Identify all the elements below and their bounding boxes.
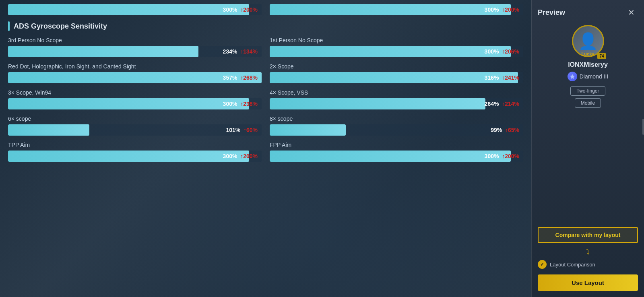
avatar-container: 👤 74 Lucky [572,25,604,57]
sensitivity-bar-fill [8,46,198,57]
sensitivity-increase: ↑214% [502,101,519,107]
sensitivity-value: 300% [223,101,237,107]
sensitivity-value: 316% [485,74,499,81]
sensitivity-increase: ↑238% [240,101,258,107]
sensitivity-label: 1st Person No Scope [270,37,523,43]
sensitivity-bar-wrapper: 101% ↑60% [8,124,262,136]
sensitivity-label: 8× scope [270,116,523,122]
sensitivity-bar-label: 264% ↑214% [485,101,519,107]
sensitivity-label: 2× Scope [270,63,523,70]
use-layout-button[interactable]: Use Layout [538,274,638,291]
sensitivity-label: 6× scope [8,116,262,122]
top-bar-1: 300% ↑200% [8,4,262,15]
sensitivity-item: 3× Scope, Win94 300% ↑238% [8,89,262,109]
player-rank-text: Diamond III [580,73,609,80]
sensitivity-bar-wrapper: 300% ↑206% [270,46,523,57]
scroll-handle [642,119,644,135]
avatar-level-badge: 74 [597,53,606,59]
sensitivity-item: FPP Aim 300% ↑200% [270,142,523,162]
sensitivity-value: 357% [223,74,237,81]
check-circle-icon: ✓ [538,260,547,269]
sensitivity-increase: ↑268% [240,74,258,81]
sensitivity-bar-label: 300% ↑200% [223,153,258,159]
sensitivity-item: TPP Aim 300% ↑200% [8,142,262,162]
sensitivity-bar-label: 234% ↑134% [223,48,258,55]
sensitivity-bar-wrapper: 264% ↑214% [270,98,523,109]
sensitivity-increase: ↑241% [502,74,519,81]
sensitivity-bar-label: 300% ↑238% [223,101,258,107]
sensitivity-value: 300% [223,153,237,159]
sensitivity-value: 264% [485,101,499,107]
player-name: IONXMiseryy [568,61,608,68]
sensitivity-bar-wrapper: 234% ↑134% [8,46,262,57]
top-bar-1-wrapper: 300% ↑200% [8,4,262,15]
sensitivity-item: 8× scope 99% ↑65% [270,116,523,136]
ads-section-title-text: ADS Gyroscope Sensitivity [14,22,107,31]
top-bar-2-label: 300% ↑200% [485,6,519,13]
sensitivity-bar-fill [8,98,249,109]
sensitivity-label: TPP Aim [8,142,262,148]
sensitivity-label: FPP Aim [270,142,523,148]
preview-header: Preview ✕ [538,6,638,19]
top-bar-1-label: 300% ↑200% [223,6,258,13]
sensitivity-value: 99% [491,127,502,133]
sensitivity-bar-fill [8,151,249,162]
sensitivity-bar-label: 357% ↑268% [223,74,258,81]
sensitivity-item: 2× Scope 316% ↑241% [270,63,523,83]
layout-comparison-label: Layout Comparison [550,262,595,268]
sensitivity-value: 300% [485,153,499,159]
rank-icon [568,72,577,81]
sensitivity-bar-fill [270,72,518,83]
sensitivity-label: 4× Scope, VSS [270,89,523,96]
top-bar-1-increase: ↑200% [240,6,258,13]
top-bar-2-fill [270,4,511,15]
sensitivity-increase: ↑206% [502,48,519,55]
sensitivity-item: 4× Scope, VSS 264% ↑214% [270,89,523,109]
chevron-down-icon: ⤵ [586,248,590,256]
top-bar-1-fill [8,4,249,15]
sensitivity-bar-fill [8,124,89,136]
compare-with-my-layout-button[interactable]: Compare with my layout [538,227,638,243]
player-rank: Diamond III [568,72,609,81]
sensitivity-item: 3rd Person No Scope 234% ↑134% [8,37,262,57]
top-bar-2-wrapper: 300% ↑200% [270,4,523,15]
close-button[interactable]: ✕ [625,6,638,19]
sensitivity-bar-fill [270,151,511,162]
avatar-icon: 👤 [578,32,598,51]
sensitivity-bar-label: 99% ↑65% [491,127,519,133]
sensitivity-item: 6× scope 101% ↑60% [8,116,262,136]
svg-marker-0 [570,74,575,79]
sensitivity-bar-wrapper: 300% ↑200% [8,151,262,162]
sensitivity-bar-label: 316% ↑241% [485,74,519,81]
sensitivity-bar-wrapper: 99% ↑65% [270,124,523,136]
sensitivity-increase: ↑200% [240,153,258,159]
sensitivity-value: 234% [223,48,237,55]
sensitivity-label: 3rd Person No Scope [8,37,262,43]
sensitivity-bar-wrapper: 357% ↑268% [8,72,262,83]
sensitivity-item: Red Dot, Holographic, Iron Sight, and Ca… [8,63,262,83]
sensitivity-bar-wrapper: 300% ↑200% [270,151,523,162]
play-style-1-button[interactable]: Two-finger [570,86,605,96]
top-bar-2: 300% ↑200% [270,4,523,15]
sensitivity-bar-wrapper: 300% ↑238% [8,98,262,109]
sensitivity-label: Red Dot, Holographic, Iron Sight, and Ca… [8,63,262,70]
preview-title: Preview [538,8,565,17]
top-bar-1-value: 300% [223,6,237,13]
sensitivity-value: 300% [485,48,499,55]
header-divider [595,8,595,17]
top-bars-section: 300% ↑200% 300% ↑200% [8,4,523,15]
sidebar: Preview ✕ 👤 74 Lucky IONXMiseryy Diamond… [531,0,644,297]
sensitivity-label: 3× Scope, Win94 [8,89,262,96]
sensitivity-increase: ↑134% [240,48,258,55]
sensitivity-bar-fill [270,46,511,57]
sensitivity-increase: ↑200% [502,153,519,159]
sensitivity-bar-fill [270,124,346,136]
play-style-2-button[interactable]: Mobile [575,98,601,108]
sensitivity-grid: 3rd Person No Scope 234% ↑134% 1st Perso… [8,37,523,162]
sensitivity-value: 101% [226,127,240,133]
section-title-bar [8,21,10,31]
layout-comparison-row: ✓ Layout Comparison [538,260,638,269]
top-bar-2-value: 300% [485,6,499,13]
ads-section-title: ADS Gyroscope Sensitivity [8,21,523,31]
sensitivity-item: 1st Person No Scope 300% ↑206% [270,37,523,57]
